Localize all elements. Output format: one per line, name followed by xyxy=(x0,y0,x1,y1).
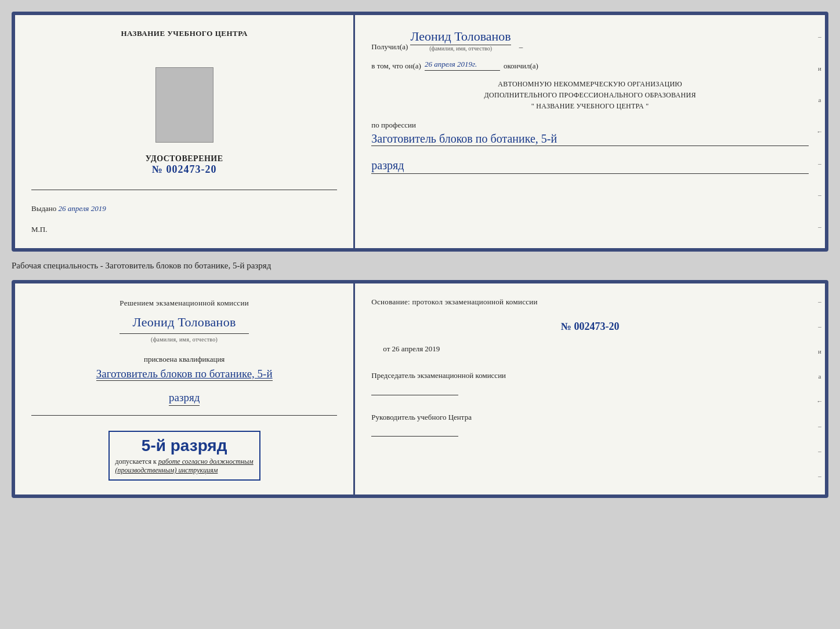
org-line1: АВТОНОМНУЮ НЕКОММЕРЧЕСКУЮ ОРГАНИЗАЦИЮ xyxy=(371,79,809,90)
osnovanie-label: Основание: протокол экзаменационной коми… xyxy=(371,297,538,306)
resheniem-label: Решением экзаменационной комиссии xyxy=(120,297,249,310)
dopusk-italic: работе согласно должностным xyxy=(158,457,254,466)
side-letter-4: ← xyxy=(816,128,823,135)
predsedatel-label: Председатель экзаменационной комиссии xyxy=(371,370,809,381)
upper-cert-left: НАЗВАНИЕ УЧЕБНОГО ЦЕНТРА УДОСТОВЕРЕНИЕ №… xyxy=(15,15,355,248)
side-lines-lower: – – и а ← – – – xyxy=(814,283,825,495)
org-line2: ДОПОЛНИТЕЛЬНОГО ПРОФЕССИОНАЛЬНОГО ОБРАЗО… xyxy=(371,90,809,101)
photo-placeholder xyxy=(155,67,213,143)
org-line3: " НАЗВАНИЕ УЧЕБНОГО ЦЕНТРА " xyxy=(371,101,809,112)
side-lower-5: ← xyxy=(816,398,823,405)
okonchil-suffix: окончил(а) xyxy=(504,61,538,71)
po-professii-block: по профессии Заготовитель блоков по бота… xyxy=(371,121,809,146)
side-lower-2: – xyxy=(818,323,821,330)
predsedatel-block: Председатель экзаменационной комиссии xyxy=(371,370,809,395)
razryad-upper: разряд xyxy=(371,159,809,174)
side-letter-6: – xyxy=(818,191,821,198)
fio-label-upper: (фамилия, имя, отчество) xyxy=(410,45,510,52)
dopusk-box: 5-й разряд допускается к работе согласно… xyxy=(108,431,260,481)
side-lower-7: – xyxy=(818,448,821,455)
specialty-label: Рабочая специальность - Заготовитель бло… xyxy=(12,259,828,273)
lower-cert-right: Основание: протокол экзаменационной коми… xyxy=(355,283,825,495)
predsedatel-sig-line xyxy=(371,384,458,395)
side-letter-5: – xyxy=(818,160,821,167)
vydano-date: 26 апреля 2019 xyxy=(59,204,106,213)
org-block: АВТОНОМНУЮ НЕКОММЕРЧЕСКУЮ ОРГАНИЗАЦИЮ ДО… xyxy=(371,79,809,112)
vtom-date: 26 апреля 2019г. xyxy=(425,60,500,71)
prisvoena-label: присвоена квалификация xyxy=(96,355,273,364)
vydano-prefix: Выдано xyxy=(31,204,56,213)
resheniem-block: Решением экзаменационной комиссии Леонид… xyxy=(120,297,249,344)
recipient-name-upper: Леонид Толованов xyxy=(410,29,510,45)
vtom-prefix: в том, что он(а) xyxy=(371,61,421,71)
mp-label: М.П. xyxy=(31,225,47,234)
razryad-lower: разряд xyxy=(169,391,200,406)
side-lower-8: – xyxy=(818,472,821,479)
upper-cert-right: Получил(а) Леонид Толованов (фамилия, им… xyxy=(355,15,825,248)
qualification-name: Заготовитель блоков по ботанике, 5-й xyxy=(96,368,273,381)
page-wrapper: НАЗВАНИЕ УЧЕБНОГО ЦЕНТРА УДОСТОВЕРЕНИЕ №… xyxy=(12,12,828,498)
vydano-block: Выдано 26 апреля 2019 xyxy=(31,204,337,213)
recipient-name-lower: Леонид Толованов xyxy=(120,312,249,334)
side-lower-6: – xyxy=(818,423,821,430)
dopusk-text: допускается к работе согласно должностны… xyxy=(115,457,254,475)
side-letter-1: – xyxy=(818,33,821,40)
dash-upper: – xyxy=(519,42,523,52)
poluchil-block: Получил(а) Леонид Толованов (фамилия, им… xyxy=(371,29,809,52)
ot-date-block: от 26 апреля 2019 xyxy=(383,344,809,354)
dopusk-prefix: допускается к xyxy=(115,457,157,466)
side-letter-3: а xyxy=(819,96,821,103)
side-letter-2: и xyxy=(818,65,821,72)
rukovoditel-label: Руководитель учебного Центра xyxy=(371,412,809,423)
side-lower-3: и xyxy=(818,348,821,355)
vtom-block: в том, что он(а) 26 апреля 2019г. окончи… xyxy=(371,60,809,71)
ot-date: 26 апреля 2019 xyxy=(392,344,440,353)
protocol-number: № 002473-20 xyxy=(371,321,809,333)
lower-cert-left: Решением экзаменационной комиссии Леонид… xyxy=(15,283,355,495)
fio-label-lower: (фамилия, имя, отчество) xyxy=(120,335,249,344)
udostoverenie-label: УДОСТОВЕРЕНИЕ xyxy=(146,154,223,163)
upper-certificate: НАЗВАНИЕ УЧЕБНОГО ЦЕНТРА УДОСТОВЕРЕНИЕ №… xyxy=(12,12,828,252)
side-lower-4: а xyxy=(819,373,821,380)
rukovoditel-sig-line xyxy=(371,425,458,437)
osnovanie-block: Основание: протокол экзаменационной коми… xyxy=(371,297,809,307)
ot-prefix: от xyxy=(383,344,390,353)
po-professii-label: по профессии xyxy=(371,121,416,129)
lower-certificate: Решением экзаменационной комиссии Леонид… xyxy=(12,280,828,498)
profession-name-upper: Заготовитель блоков по ботанике, 5-й xyxy=(371,132,809,146)
prisvoena-block: присвоена квалификация Заготовитель блок… xyxy=(96,355,273,381)
side-lower-1: – xyxy=(818,298,821,305)
rukovoditel-block: Руководитель учебного Центра xyxy=(371,412,809,437)
training-center-title: НАЗВАНИЕ УЧЕБНОГО ЦЕНТРА xyxy=(121,29,248,38)
poluchil-prefix: Получил(а) xyxy=(371,42,408,52)
razryad-big: 5-й разряд xyxy=(115,437,254,455)
cert-number: № 002473-20 xyxy=(146,163,223,176)
side-lines-upper: – и а ← – – – xyxy=(814,15,825,248)
side-letter-7: – xyxy=(818,223,821,230)
dopusk-italic2: (производственным) инструкциям xyxy=(115,466,218,474)
cert-number-block: УДОСТОВЕРЕНИЕ № 002473-20 xyxy=(146,154,223,176)
